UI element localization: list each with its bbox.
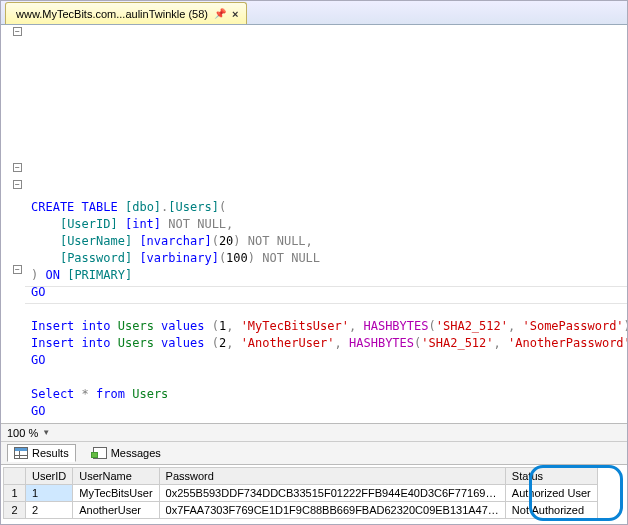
results-grid[interactable]: UserID UserName Password Status 1 1 MyTe… <box>3 467 598 519</box>
pin-icon[interactable]: 📌 <box>214 8 226 19</box>
messages-tab[interactable]: Messages <box>86 444 168 462</box>
grid-icon <box>14 447 28 459</box>
col-userid[interactable]: UserID <box>26 468 73 485</box>
cell-username[interactable]: AnotherUser <box>73 502 159 519</box>
grid-corner <box>4 468 26 485</box>
row-number: 1 <box>4 485 26 502</box>
cell-status[interactable]: Authorized User <box>505 485 597 502</box>
zoom-bar: 100 % ▼ <box>1 423 627 441</box>
table-row[interactable]: 1 1 MyTecBitsUser 0x255B593DDF734DDCB335… <box>4 485 598 502</box>
results-panel: UserID UserName Password Status 1 1 MyTe… <box>1 465 627 519</box>
chevron-down-icon[interactable]: ▼ <box>42 428 50 437</box>
cell-password[interactable]: 0x7FAA7303F769CE1D1F9C88BB669FBAD62320C0… <box>159 502 505 519</box>
cell-username[interactable]: MyTecBitsUser <box>73 485 159 502</box>
zoom-level: 100 % <box>7 427 38 439</box>
col-password[interactable]: Password <box>159 468 505 485</box>
table-row[interactable]: 2 2 AnotherUser 0x7FAA7303F769CE1D1F9C88… <box>4 502 598 519</box>
tab-bar: www.MyTecBits.com...aulinTwinkle (58) 📌 … <box>1 1 627 25</box>
results-label: Results <box>32 447 69 459</box>
editor-tab[interactable]: www.MyTecBits.com...aulinTwinkle (58) 📌 … <box>5 2 247 24</box>
cell-userid[interactable]: 2 <box>26 502 73 519</box>
col-status[interactable]: Status <box>505 468 597 485</box>
code-body: CREATE TABLE [dbo].[Users]( [UserID] [in… <box>31 199 627 423</box>
messages-label: Messages <box>111 447 161 459</box>
fold-icon[interactable]: − <box>13 27 22 36</box>
fold-icon[interactable]: − <box>13 265 22 274</box>
fold-icon[interactable]: − <box>13 180 22 189</box>
close-icon[interactable]: × <box>232 8 238 20</box>
sql-editor[interactable]: − − − − CREATE TABLE [dbo].[Users]( [Use… <box>1 25 627 423</box>
results-tab[interactable]: Results <box>7 444 76 462</box>
cell-password[interactable]: 0x255B593DDF734DDCB33515F01222FFB944E40D… <box>159 485 505 502</box>
grid-header-row: UserID UserName Password Status <box>4 468 598 485</box>
row-number: 2 <box>4 502 26 519</box>
fold-icon[interactable]: − <box>13 163 22 172</box>
cell-status[interactable]: Not Authorized <box>505 502 597 519</box>
tab-title: www.MyTecBits.com...aulinTwinkle (58) <box>16 8 208 20</box>
results-tabbar: Results Messages <box>1 441 627 465</box>
cell-userid[interactable]: 1 <box>26 485 73 502</box>
col-username[interactable]: UserName <box>73 468 159 485</box>
messages-icon <box>93 447 107 459</box>
